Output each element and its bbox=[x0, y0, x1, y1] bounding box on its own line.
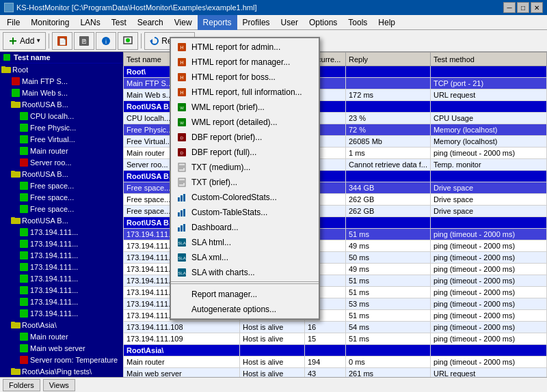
close-button[interactable]: ✕ bbox=[531, 2, 543, 13]
sidebar-item[interactable]: Root bbox=[0, 64, 123, 75]
table-cell: URL request bbox=[430, 89, 546, 101]
tree-icon bbox=[19, 297, 29, 307]
reports-menu-item[interactable]: HHTML report for boss... bbox=[171, 70, 319, 85]
sidebar-item[interactable]: Root\Asia\ bbox=[0, 319, 123, 331]
reports-menu-item[interactable]: Custom-ColoredStats... bbox=[171, 190, 319, 205]
sidebar-item[interactable]: 173.194.111... bbox=[0, 226, 123, 238]
reports-menu-item[interactable]: SLASLA xml... bbox=[171, 250, 319, 265]
table-row[interactable]: 173.194.111.109Host is alive1551 msping … bbox=[124, 333, 547, 345]
svg-rect-32 bbox=[20, 251, 28, 260]
toolbar-icon-1[interactable]: 📄 bbox=[52, 32, 72, 50]
svg-rect-37 bbox=[20, 309, 28, 318]
sidebar-item[interactable]: Server roo... bbox=[0, 156, 123, 168]
table-cell: Main web server bbox=[124, 368, 240, 378]
sidebar-item[interactable]: Main router bbox=[0, 145, 123, 156]
reports-menu-item[interactable]: SLASLA with charts... bbox=[171, 265, 319, 280]
sidebar-item[interactable]: Root\Asia\Ping tests\ bbox=[0, 365, 123, 377]
reports-menu-item[interactable]: HHTML report for admin... bbox=[171, 40, 319, 55]
tree-item-label: CPU localh... bbox=[30, 112, 74, 120]
tree-item-label: 173.194.111... bbox=[30, 275, 78, 283]
sidebar-item[interactable]: 173.194.111... bbox=[0, 307, 123, 319]
sidebar-item[interactable]: 173.194.111... bbox=[0, 261, 123, 272]
reports-menu-item[interactable]: TXT (medium)... bbox=[171, 160, 319, 175]
sidebar-item[interactable]: Main FTP S... bbox=[0, 75, 123, 87]
svg-rect-42 bbox=[20, 356, 28, 364]
menu-profiles[interactable]: Profiles bbox=[237, 15, 276, 30]
minimize-button[interactable]: ─ bbox=[503, 2, 516, 13]
maximize-button[interactable]: □ bbox=[517, 2, 529, 13]
reports-menu-item[interactable]: WWML report (detailed)... bbox=[171, 115, 319, 130]
sidebar-item[interactable]: Free space... bbox=[0, 180, 123, 191]
add-button[interactable]: Add ▼ bbox=[3, 32, 46, 50]
svg-point-9 bbox=[126, 38, 130, 42]
reports-menu-item[interactable]: HHTML report for manager... bbox=[171, 55, 319, 70]
table-cell: 261 ms bbox=[346, 368, 431, 378]
toolbar-icon-2[interactable]: 🖹 bbox=[74, 32, 94, 50]
table-cell: 173.194.111.109 bbox=[124, 333, 240, 345]
sidebar-item[interactable]: CPU localh... bbox=[0, 110, 123, 122]
sidebar-item[interactable]: Main Web s... bbox=[0, 87, 123, 98]
svg-rect-40 bbox=[20, 333, 28, 341]
reports-menu-item[interactable]: HHTML report, full information... bbox=[171, 85, 319, 100]
sidebar-tree[interactable]: RootMain FTP S...Main Web s...Root\USA B… bbox=[0, 64, 123, 377]
menu-test[interactable]: Test bbox=[106, 15, 132, 30]
svg-rect-15 bbox=[12, 89, 20, 97]
reports-menu-item[interactable]: TXT (brief)... bbox=[171, 175, 319, 190]
dbf-icon: D bbox=[176, 132, 187, 143]
menu-options[interactable]: Options bbox=[304, 15, 343, 30]
reports-menu-item[interactable]: DDBF report (full)... bbox=[171, 145, 319, 160]
table-row[interactable]: Main web serverHost is alive43261 msURL … bbox=[124, 368, 547, 378]
menu-tools[interactable]: Tools bbox=[343, 15, 373, 30]
status-bar: Folders Views bbox=[0, 377, 547, 392]
table-row[interactable]: 173.194.111.108Host is alive1654 msping … bbox=[124, 322, 547, 333]
menu-lans[interactable]: LANs bbox=[75, 15, 105, 30]
sidebar-item[interactable]: Free Physic... bbox=[0, 122, 123, 133]
reports-menu-item[interactable]: WWML report (brief)... bbox=[171, 100, 319, 115]
menu-help[interactable]: Help bbox=[373, 15, 401, 30]
table-cell: 172 ms bbox=[346, 89, 431, 101]
tree-icon bbox=[19, 344, 29, 353]
menu-item-label: DBF report (full)... bbox=[191, 148, 256, 157]
views-button[interactable]: Views bbox=[43, 379, 75, 391]
tree-item-label: Root bbox=[12, 66, 28, 74]
sidebar-item[interactable]: Free space... bbox=[0, 203, 123, 214]
table-row[interactable]: Main routerHost is alive1940 msping (tim… bbox=[124, 356, 547, 368]
reports-extra-item[interactable]: Autogenerate options... bbox=[171, 302, 319, 317]
menu-view[interactable]: View bbox=[169, 15, 198, 30]
separator-2 bbox=[141, 33, 142, 48]
menu-search[interactable]: Search bbox=[132, 15, 169, 30]
reports-menu-item[interactable]: SLASLA html... bbox=[171, 235, 319, 250]
menu-reports[interactable]: Reports bbox=[198, 15, 237, 30]
toolbar-icon-4[interactable] bbox=[118, 32, 138, 50]
reports-menu-item[interactable]: Custom-TableStats... bbox=[171, 205, 319, 220]
sidebar-item[interactable]: 173.194.111... bbox=[0, 296, 123, 307]
table-cell: Memory (localhost) bbox=[430, 136, 546, 148]
menu-item-label: TXT (brief)... bbox=[191, 178, 237, 187]
sidebar-item[interactable]: 173.194.111... bbox=[0, 272, 123, 284]
reports-extra-item[interactable]: Report manager... bbox=[171, 287, 319, 302]
tree-icon bbox=[19, 274, 29, 283]
sidebar-item[interactable]: Free space... bbox=[0, 191, 123, 203]
svg-text:🖹: 🖹 bbox=[81, 38, 88, 45]
svg-rect-22 bbox=[20, 158, 28, 167]
sidebar-item[interactable]: Main router bbox=[0, 331, 123, 342]
table-cell: Host is alive bbox=[240, 322, 305, 333]
sidebar-item[interactable]: Main web server bbox=[0, 342, 123, 354]
sidebar-item[interactable]: Free Virtual... bbox=[0, 133, 123, 145]
sidebar-item[interactable]: Root\USA B... bbox=[0, 214, 123, 226]
reports-menu-item[interactable]: Dashboard... bbox=[171, 220, 319, 235]
sidebar-item[interactable]: Root\USA B... bbox=[0, 98, 123, 110]
sidebar-item[interactable]: 173.194.111... bbox=[0, 238, 123, 249]
sidebar-item[interactable]: Root\USA B... bbox=[0, 168, 123, 180]
sidebar-item[interactable]: Server room: Temperature bbox=[0, 354, 123, 365]
menu-file[interactable]: File bbox=[1, 15, 25, 30]
sidebar-item[interactable]: 173.194.111... bbox=[0, 249, 123, 261]
table-row[interactable]: Root\Asia\ bbox=[124, 345, 547, 356]
sidebar-item[interactable]: 173.194.111... bbox=[0, 284, 123, 296]
folders-button[interactable]: Folders bbox=[3, 379, 40, 391]
toolbar-icon-3[interactable]: i bbox=[96, 32, 116, 50]
svg-rect-11 bbox=[3, 54, 10, 61]
menu-monitoring[interactable]: Monitoring bbox=[25, 15, 75, 30]
reports-menu-item[interactable]: DDBF report (brief)... bbox=[171, 130, 319, 145]
menu-user[interactable]: User bbox=[276, 15, 304, 30]
